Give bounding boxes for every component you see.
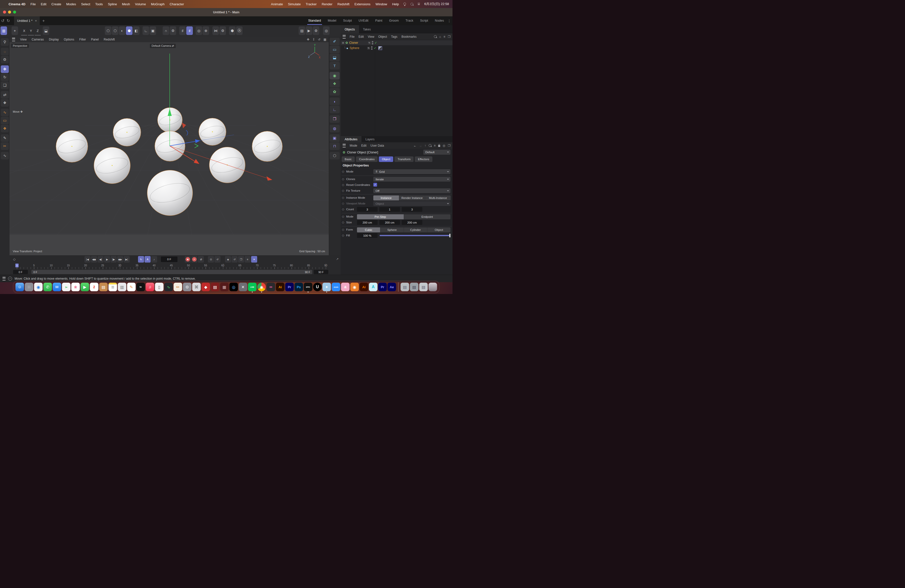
transport-button[interactable]: |◀ bbox=[84, 256, 90, 262]
perspective-viewport[interactable]: ViewCamerasDisplayOptionsFilterPanelReds… bbox=[10, 37, 329, 255]
layout-tab[interactable]: Model bbox=[328, 19, 337, 23]
freeform[interactable]: ✎ bbox=[127, 283, 136, 291]
utility[interactable]: ⌘ bbox=[192, 283, 201, 291]
axis-tool-icon[interactable]: ▣ bbox=[149, 26, 156, 35]
viewport-name-label[interactable]: Perspective bbox=[11, 44, 29, 48]
tool-icon[interactable]: ◌ bbox=[1, 48, 9, 55]
facetime[interactable]: ▶ bbox=[81, 283, 89, 291]
current-frame-field[interactable]: 0 F bbox=[161, 256, 178, 262]
calendar[interactable]: 2 bbox=[90, 283, 98, 291]
layout-tab[interactable]: Standard bbox=[308, 19, 321, 23]
maps[interactable]: ➢ bbox=[62, 283, 71, 291]
snap-icon[interactable]: ⚙ bbox=[170, 26, 176, 35]
search-icon[interactable] bbox=[429, 144, 431, 147]
frame-icon[interactable]: ↧ bbox=[313, 38, 315, 41]
viewport-menu-icon[interactable] bbox=[12, 38, 15, 41]
record-button[interactable]: ⚙ bbox=[198, 256, 204, 262]
viewport-menu-item[interactable]: Options bbox=[64, 38, 74, 41]
count-field[interactable]: 3 bbox=[402, 207, 422, 212]
fill-slider[interactable] bbox=[379, 235, 451, 236]
size-field[interactable]: 200 cm bbox=[402, 220, 422, 225]
epic-games[interactable]: EPIC bbox=[304, 283, 313, 291]
tool-icon[interactable]: ∿ bbox=[1, 152, 9, 159]
menubar-clock[interactable]: 6月2日(日) 22:58 bbox=[424, 2, 449, 6]
object-name[interactable]: Cloner bbox=[349, 41, 358, 44]
camera-label[interactable]: Default Camera ⇄ bbox=[150, 44, 176, 48]
contacts[interactable]: ▤ bbox=[99, 283, 108, 291]
layout-tab[interactable]: Groom bbox=[389, 19, 399, 23]
workplane-icon[interactable]: ⬓ bbox=[43, 26, 49, 35]
safari[interactable]: ◉ bbox=[34, 283, 43, 291]
zoom-window-button[interactable] bbox=[13, 11, 16, 14]
tool-icon[interactable]: ▭ bbox=[1, 117, 9, 124]
transport-button[interactable]: ◆▶ bbox=[117, 256, 123, 262]
popout-icon[interactable]: ❐ bbox=[448, 35, 451, 38]
render-icon[interactable]: ▤ bbox=[298, 26, 305, 35]
mode-dropdown[interactable]: ⠿ Grid bbox=[373, 169, 451, 174]
chrome[interactable]: ◉ bbox=[257, 283, 266, 291]
minimized-window-2[interactable]: ▤ bbox=[410, 283, 419, 291]
fill-field[interactable]: 100 % bbox=[357, 233, 378, 238]
wallet[interactable]: ▥ bbox=[118, 283, 127, 291]
tree-row-cloner[interactable]: ⊟ ✿ Cloner ✎ ✓ bbox=[341, 40, 452, 45]
line[interactable]: LINE bbox=[248, 283, 257, 291]
premiere-2[interactable]: Pr bbox=[378, 283, 387, 291]
panel-tab[interactable]: Layers bbox=[362, 136, 379, 142]
panel-tab[interactable]: Objects bbox=[341, 25, 359, 33]
count-field[interactable]: 3 bbox=[357, 207, 378, 212]
playback-toggle[interactable]: ↻ bbox=[138, 256, 144, 262]
menu-item[interactable]: Character bbox=[170, 2, 184, 6]
filter-icon[interactable]: ≡ bbox=[434, 144, 436, 147]
modeling-mode-icon[interactable]: ⬡ bbox=[112, 26, 118, 35]
viewport-menu-item[interactable]: Filter bbox=[79, 38, 86, 41]
segment-option[interactable]: Sphere bbox=[380, 227, 404, 232]
arc[interactable]: a bbox=[341, 283, 350, 291]
object-menu-item[interactable]: Bookmarks bbox=[402, 35, 416, 38]
transport-button[interactable]: ◀| bbox=[98, 256, 103, 262]
tool-icon[interactable]: ❖ bbox=[1, 125, 9, 132]
menu-item[interactable]: Render bbox=[322, 2, 333, 6]
zoom[interactable]: zoom bbox=[332, 283, 340, 291]
continuity-icon[interactable]: ⧬ bbox=[403, 2, 406, 6]
render-icon[interactable]: ⚙ bbox=[313, 26, 319, 35]
modeling-mode-icon[interactable]: ◐ bbox=[119, 26, 125, 35]
timeline-ruler[interactable]: 051015202530354045505560657075808590 bbox=[14, 264, 328, 267]
layout-tab[interactable]: Script bbox=[420, 19, 428, 23]
record-option[interactable]: ↺ bbox=[214, 256, 221, 262]
tool-icon[interactable]: ∿ bbox=[1, 109, 9, 116]
segment-option[interactable]: Per-Step bbox=[357, 214, 404, 219]
control-center-icon[interactable]: ⌸ bbox=[418, 2, 420, 6]
camera-swap-icon[interactable]: ⇄ bbox=[172, 44, 174, 47]
menu-item[interactable]: Edit bbox=[41, 2, 46, 6]
panel-tab[interactable]: Takes bbox=[359, 25, 375, 33]
snap-icon[interactable]: ∩ bbox=[163, 26, 169, 35]
transport-button[interactable]: ▶| bbox=[124, 256, 130, 262]
gizmo-layer[interactable] bbox=[10, 42, 329, 255]
modeling-mode-icon[interactable]: ◧ bbox=[133, 26, 140, 35]
pan-icon[interactable]: ✥ bbox=[307, 38, 309, 41]
music[interactable]: ♫ bbox=[146, 283, 154, 291]
search-icon[interactable] bbox=[434, 35, 437, 38]
mail[interactable]: ✉ bbox=[53, 283, 61, 291]
radial-icon[interactable]: ⊛ bbox=[203, 26, 209, 35]
menu-item[interactable]: File bbox=[30, 2, 36, 6]
panel-menu-icon[interactable] bbox=[343, 35, 346, 38]
x-app[interactable]: ✕ bbox=[239, 283, 248, 291]
close-tab-icon[interactable]: × bbox=[35, 19, 37, 23]
axis-lock-toggle[interactable]: Y bbox=[28, 26, 34, 35]
segment-option[interactable]: Endpoint bbox=[404, 214, 451, 219]
playback-toggle[interactable]: ♪ bbox=[151, 256, 157, 262]
undo-icon[interactable]: ↺ bbox=[0, 18, 6, 23]
enabled-check-icon[interactable]: ✓ bbox=[374, 46, 376, 50]
viewport-menu-item[interactable]: Redshift bbox=[104, 38, 115, 41]
illustrator[interactable]: Ai bbox=[276, 283, 284, 291]
z-gizmo-arrow-line[interactable] bbox=[170, 141, 197, 146]
object-name[interactable]: Sphere bbox=[349, 46, 359, 50]
y-axis-arrow[interactable] bbox=[168, 109, 172, 116]
viewport-menu-item[interactable]: Panel bbox=[91, 38, 99, 41]
create-icon[interactable]: ∟ bbox=[330, 106, 340, 113]
menu-item[interactable]: Volume bbox=[135, 2, 146, 6]
menu-item[interactable]: Tools bbox=[95, 2, 103, 6]
layout-tab[interactable]: Track bbox=[405, 19, 413, 23]
transport-button[interactable]: ◀◆ bbox=[91, 256, 97, 262]
